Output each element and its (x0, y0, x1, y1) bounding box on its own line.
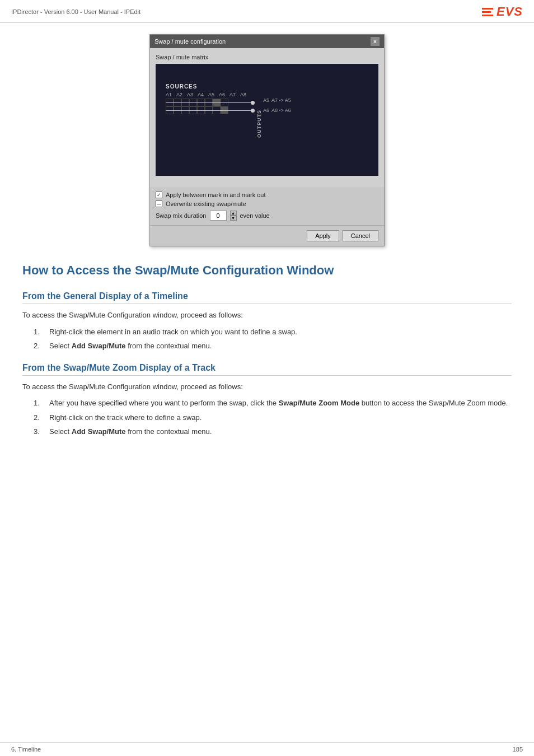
source-cols: A1 A2 A3 A4 A5 A6 A7 A8 (166, 92, 246, 97)
main-content: Swap / mute configuration × Swap / mute … (0, 23, 534, 465)
section1-heading: From the General Display of a Timeline (22, 291, 512, 304)
section1-intro: To access the Swap/Mute Configuration wi… (22, 310, 512, 321)
s2-step1-bold: Swap/Mute Zoom Mode (279, 399, 359, 407)
conn-line-a5 (166, 102, 253, 103)
list-item: 1. After you have specified where you wa… (34, 398, 512, 409)
list-item: 2. Right-click on the track where to def… (34, 412, 512, 423)
option-row-apply: Apply between mark in and mark out (156, 192, 378, 198)
evs-logo: EVS (482, 4, 523, 19)
conn-line-a6 (166, 110, 253, 111)
section2-heading: From the Swap/Mute Zoom Display of a Tra… (22, 363, 512, 376)
even-value-label: even value (240, 212, 270, 219)
conn-dot-a5 (251, 101, 255, 105)
s2-step3-bold: Add Swap/Mute (72, 427, 126, 436)
swap-duration-label: Swap mix duration (156, 212, 207, 219)
dialog-footer: Apply Cancel (150, 225, 384, 246)
section1-steps: 1. Right-click the element in an audio t… (22, 326, 512, 352)
dialog-window: Swap / mute configuration × Swap / mute … (149, 34, 385, 246)
section2-intro: To access the Swap/Mute Configuration wi… (22, 381, 512, 393)
header-title: IPDirector - Version 6.00 - User Manual … (11, 8, 140, 15)
list-item: 2. Select Add Swap/Mute from the context… (34, 340, 512, 352)
logo-text: EVS (496, 4, 523, 19)
sources-label: SOURCES (166, 83, 197, 90)
option-row-overwrite: Overwrite existing swap/mute (156, 200, 378, 207)
list-item: 1. Right-click the element in an audio t… (34, 326, 512, 338)
output-row-a5: A5 A7 -> A5 (263, 97, 291, 103)
page-main-heading: How to Access the Swap/Mute Configuratio… (22, 263, 512, 280)
step2-bold: Add Swap/Mute (72, 342, 126, 350)
overwrite-label: Overwrite existing swap/mute (166, 200, 246, 207)
cancel-button[interactable]: Cancel (343, 230, 378, 241)
matrix-area: SOURCES A1 A2 A3 A4 A5 A6 A7 A8 (156, 64, 378, 176)
page-footer: 6. Timeline 185 (0, 742, 534, 756)
footer-right: 185 (513, 746, 523, 753)
swap-duration-row: Swap mix duration ▲ ▼ even value (156, 211, 378, 221)
dialog-close-button[interactable]: × (371, 37, 380, 46)
conn-dot-a6 (251, 109, 255, 113)
dialog-titlebar: Swap / mute configuration × (150, 35, 384, 48)
step1-text: Right-click the element in an audio trac… (49, 326, 297, 338)
dialog-body: Swap / mute matrix SOURCES A1 A2 A3 A4 A… (150, 48, 384, 187)
output-labels: A5 A7 -> A5 A6 A8 -> A6 (263, 97, 291, 113)
apply-between-label: Apply between mark in and mark out (166, 192, 266, 198)
dialog-title: Swap / mute configuration (154, 38, 226, 45)
dialog-section-label: Swap / mute matrix (156, 54, 378, 60)
apply-between-checkbox[interactable] (156, 192, 162, 198)
dialog-options: Apply between mark in and mark out Overw… (150, 187, 384, 225)
swap-duration-input[interactable] (210, 211, 227, 221)
logo-lines-icon (482, 8, 493, 16)
output-row-a6: A6 A8 -> A6 (263, 108, 291, 113)
dialog-screenshot-container: Swap / mute configuration × Swap / mute … (22, 34, 512, 246)
spinner-up-button[interactable]: ▲ (230, 211, 237, 216)
footer-left: 6. Timeline (11, 746, 41, 753)
page-header: IPDirector - Version 6.00 - User Manual … (0, 0, 534, 23)
overwrite-checkbox[interactable] (156, 200, 162, 207)
spinner-buttons: ▲ ▼ (230, 211, 237, 221)
list-item: 3. Select Add Swap/Mute from the context… (34, 426, 512, 437)
s2-step1-after: button to access the Swap/Mute Zoom mode… (359, 399, 508, 407)
section2-steps: 1. After you have specified where you wa… (22, 398, 512, 437)
spinner-down-button[interactable]: ▼ (230, 216, 237, 221)
s2-step2-text: Right-click on the track where to define… (49, 412, 202, 423)
apply-button[interactable]: Apply (307, 230, 339, 241)
outputs-label: OUTPUTS (256, 110, 262, 138)
